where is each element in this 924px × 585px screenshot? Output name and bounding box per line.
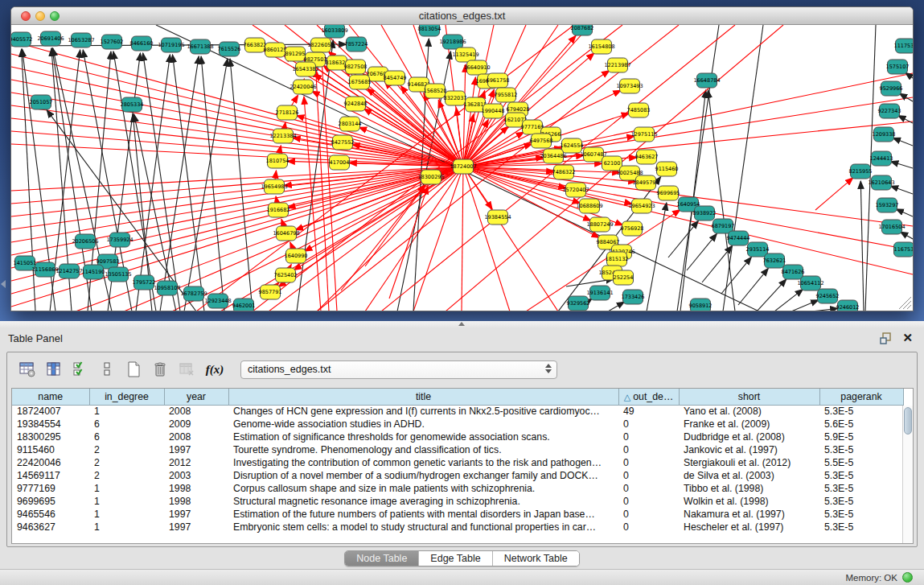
- table-row[interactable]: 977716911998Corpus callosum shape and si…: [12, 482, 903, 495]
- zoom-traffic-light[interactable]: [50, 11, 60, 21]
- column-header-name[interactable]: name: [12, 389, 89, 405]
- table-cell[interactable]: Investigating the contribution of common…: [228, 456, 618, 469]
- table-cell[interactable]: 9777169: [12, 482, 89, 495]
- table-cell[interactable]: Genome-wide association studies in ADHD.: [228, 418, 618, 431]
- table-cell[interactable]: Stergiakouli et al. (2012): [679, 456, 819, 469]
- table-cell[interactable]: 2003: [164, 469, 228, 482]
- citation-edge-red[interactable]: [463, 167, 913, 226]
- delete-table-icon[interactable]: [176, 359, 197, 380]
- table-cell[interactable]: 6: [89, 418, 164, 431]
- citation-edge-black[interactable]: [890, 162, 913, 168]
- table-cell[interactable]: 2: [89, 443, 164, 456]
- table-cell[interactable]: Nakamura et al. (1997): [679, 508, 819, 521]
- citation-edge-black[interactable]: [677, 25, 719, 311]
- table-cell[interactable]: 1998: [164, 495, 228, 508]
- table-cell[interactable]: 18300295: [12, 431, 89, 443]
- table-cell[interactable]: Dudbridge et al. (2008): [679, 431, 819, 443]
- table-row[interactable]: 2242004622012Investigating the contribut…: [12, 456, 903, 469]
- citation-edge-black[interactable]: [721, 257, 751, 294]
- tab-node-table[interactable]: Node Table: [345, 551, 419, 566]
- citation-edge-red[interactable]: [463, 167, 510, 311]
- citation-edge-black[interactable]: [811, 308, 838, 311]
- table-cell[interactable]: de Silva et al. (2003): [679, 469, 819, 482]
- table-cell[interactable]: 1: [89, 495, 164, 508]
- table-cell[interactable]: 0: [618, 469, 679, 482]
- minimize-traffic-light[interactable]: [35, 11, 45, 21]
- table-cell[interactable]: 5.3E-5: [819, 482, 903, 495]
- table-row[interactable]: 911546021997Tourette syndrome. Phenomeno…: [12, 443, 903, 456]
- citation-edge-red[interactable]: [413, 167, 463, 311]
- table-cell[interactable]: Estimation of the future numbers of pati…: [228, 508, 618, 521]
- table-cell[interactable]: 14569117: [12, 469, 89, 482]
- table-cell[interactable]: 5.6E-5: [819, 418, 903, 431]
- table-cell[interactable]: 2008: [164, 431, 228, 443]
- table-cell[interactable]: Corpus callosum shape and size in male p…: [228, 482, 618, 495]
- table-cell[interactable]: Embryonic stem cells: a model to study s…: [228, 521, 618, 534]
- citation-edge-red[interactable]: [11, 167, 463, 281]
- table-cell[interactable]: Wolkin et al. (1998): [679, 495, 819, 508]
- citation-edge-black[interactable]: [890, 186, 913, 194]
- table-cell[interactable]: 5.3E-5: [819, 443, 903, 456]
- table-cell[interactable]: 1998: [164, 482, 228, 495]
- table-row[interactable]: 1456911722003Disruption of a novel membe…: [12, 469, 903, 482]
- table-mode-icon[interactable]: [17, 359, 38, 380]
- citation-edge-red[interactable]: [172, 167, 463, 311]
- close-panel-icon[interactable]: ✕: [902, 331, 913, 345]
- table-cell[interactable]: 19384554: [12, 418, 89, 431]
- table-row[interactable]: 946554611997Estimation of the future num…: [12, 508, 903, 521]
- citation-edge-black[interactable]: [900, 232, 913, 239]
- table-cell[interactable]: Jankovic et al. (1997): [679, 443, 819, 456]
- delete-columns-icon[interactable]: [150, 359, 170, 380]
- resize-grip-icon[interactable]: [903, 301, 911, 309]
- table-cell[interactable]: Structural magnetic resonance image aver…: [228, 495, 618, 508]
- table-cell[interactable]: 0: [618, 521, 679, 534]
- table-cell[interactable]: 1: [89, 508, 164, 521]
- citation-edge-red[interactable]: [317, 167, 463, 311]
- function-builder-icon[interactable]: f(x): [203, 359, 227, 380]
- column-header-short[interactable]: short: [679, 389, 819, 405]
- table-cell[interactable]: 9465546: [12, 508, 89, 521]
- citation-edge-black[interactable]: [647, 203, 667, 311]
- table-cell[interactable]: 9115460: [12, 443, 89, 456]
- table-cell[interactable]: 2012: [164, 456, 228, 469]
- citation-edge-red[interactable]: [462, 167, 463, 311]
- citation-edge-red[interactable]: [815, 178, 853, 210]
- table-cell[interactable]: 5.3E-5: [819, 405, 903, 418]
- table-cell[interactable]: 2: [89, 456, 164, 469]
- column-header-year[interactable]: year: [164, 389, 228, 405]
- table-row[interactable]: 969969511998Structural magnetic resonanc…: [12, 495, 903, 508]
- table-cell[interactable]: 0: [618, 456, 679, 469]
- citation-edge-black[interactable]: [738, 268, 768, 305]
- table-cell[interactable]: 5.3E-5: [819, 521, 903, 534]
- resize-grip-icon[interactable]: [907, 305, 911, 309]
- table-cell[interactable]: 6: [89, 431, 164, 443]
- citation-edge-black[interactable]: [668, 220, 698, 257]
- table-cell[interactable]: 1997: [164, 508, 228, 521]
- table-cell[interactable]: 5.3E-5: [819, 469, 903, 482]
- table-cell[interactable]: Franke et al. (2009): [679, 418, 819, 431]
- citation-edge-red[interactable]: [11, 167, 463, 242]
- network-window-titlebar[interactable]: citations_edges.txt: [11, 7, 913, 25]
- citation-edge-red[interactable]: [463, 167, 913, 274]
- table-cell[interactable]: 22420046: [12, 456, 89, 469]
- table-cell[interactable]: 5.3E-5: [819, 508, 903, 521]
- table-cell[interactable]: Yano et al. (2008): [679, 405, 819, 418]
- table-cell[interactable]: 0: [618, 495, 679, 508]
- table-cell[interactable]: 2: [89, 469, 164, 482]
- select-attributes-icon[interactable]: [70, 359, 91, 380]
- table-scrollbar[interactable]: [902, 406, 913, 544]
- table-row[interactable]: 1830029562008Estimation of significance …: [12, 431, 903, 443]
- column-header-pagerank[interactable]: pagerank: [819, 389, 903, 405]
- table-cell[interactable]: Tourette syndrome. Phenomenology and cla…: [228, 443, 618, 456]
- divider-handle-icon[interactable]: [458, 322, 465, 326]
- table-cell[interactable]: 0: [618, 508, 679, 521]
- citation-edge-black[interactable]: [896, 209, 913, 216]
- table-cell[interactable]: 5.3E-5: [819, 495, 903, 508]
- table-cell[interactable]: Hescheler et al. (1997): [679, 521, 819, 534]
- create-column-icon[interactable]: [123, 359, 144, 380]
- citation-edge-black[interactable]: [687, 233, 717, 270]
- citation-edge-black[interactable]: [230, 59, 253, 311]
- citation-network-graph[interactable]: 9405572206914061065328715276028466160107…: [11, 25, 913, 311]
- citation-edge-black[interactable]: [774, 289, 803, 311]
- panel-collapse-arrow[interactable]: [1, 280, 6, 288]
